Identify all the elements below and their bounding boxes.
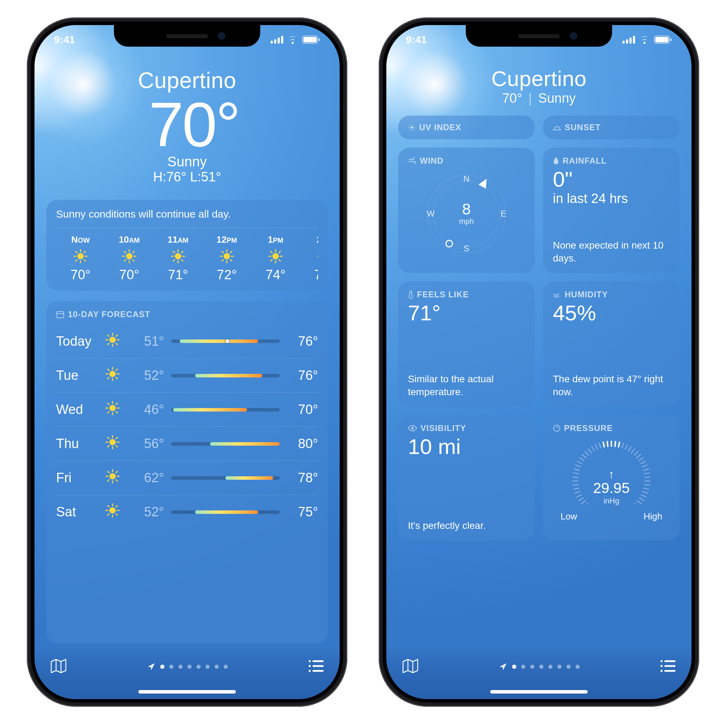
- status-indicators: [271, 35, 320, 44]
- hour-item[interactable]: 11AM 71°: [154, 234, 202, 282]
- hourly-forecast-module[interactable]: Sunny conditions will continue all day. …: [46, 200, 328, 291]
- svg-line-42: [230, 251, 232, 253]
- svg-line-97: [108, 446, 109, 447]
- hour-item[interactable]: 2PM 75°: [300, 234, 318, 282]
- weather-screen-main[interactable]: 9:41 Cupertino 70° Sunny H:76° L:51° Sun…: [34, 25, 340, 699]
- weather-screen-detail[interactable]: 9:41 Cupertino 70° | Sunny: [386, 25, 692, 699]
- current-temperature: 70°: [60, 93, 328, 156]
- svg-line-13: [84, 260, 85, 261]
- svg-line-50: [271, 260, 272, 261]
- hour-item[interactable]: 1PM 74°: [251, 234, 300, 282]
- svg-point-25: [175, 253, 181, 259]
- svg-rect-127: [630, 38, 632, 43]
- page-indicator[interactable]: [499, 662, 580, 671]
- hour-item[interactable]: 12PM 72°: [202, 234, 251, 282]
- day-row[interactable]: Tue 52° 76°: [56, 358, 318, 392]
- status-time: 9:41: [406, 34, 427, 46]
- svg-line-179: [640, 461, 646, 464]
- map-button[interactable]: [51, 659, 67, 675]
- wifi-icon: [287, 35, 299, 44]
- svg-point-99: [109, 473, 116, 479]
- phone-frame-left: 9:41 Cupertino 70° Sunny H:76° L:51° Sun…: [27, 17, 347, 707]
- svg-point-198: [660, 670, 663, 672]
- svg-point-132: [410, 126, 413, 128]
- svg-line-87: [116, 411, 117, 413]
- svg-line-180: [642, 465, 648, 467]
- battery-icon: [302, 35, 320, 44]
- day-row[interactable]: Sat 52° 75°: [56, 495, 318, 529]
- feels-like-value: 71°: [408, 301, 525, 324]
- sunset-tile[interactable]: SUNSET: [543, 116, 680, 139]
- list-icon: [660, 660, 675, 672]
- svg-line-41: [222, 260, 223, 261]
- svg-line-80: [116, 369, 117, 370]
- wind-tile[interactable]: WIND N S E W 8 mph: [398, 148, 535, 273]
- pressure-tile[interactable]: PRESSURE ↑ 29.95 inHg Low: [543, 415, 680, 540]
- day-low: 62°: [133, 470, 171, 485]
- svg-line-164: [591, 447, 595, 451]
- svg-line-177: [636, 454, 641, 458]
- svg-rect-195: [664, 661, 675, 662]
- svg-rect-199: [664, 670, 675, 672]
- compact-condition: Sunny: [538, 91, 576, 106]
- svg-line-178: [639, 457, 643, 461]
- uv-index-tile[interactable]: UV INDEX: [398, 116, 535, 139]
- svg-line-137: [409, 125, 410, 126]
- day-high: 76°: [280, 334, 318, 349]
- svg-line-95: [108, 437, 109, 439]
- svg-rect-128: [633, 36, 635, 43]
- svg-point-108: [109, 507, 116, 514]
- hour-item[interactable]: 10AM 70°: [105, 234, 154, 282]
- compact-temp: 70°: [502, 91, 522, 106]
- hour-item[interactable]: NOW 70°: [56, 234, 105, 282]
- location-arrow-icon: [499, 662, 507, 671]
- svg-line-168: [607, 441, 608, 447]
- svg-line-166: [599, 443, 601, 448]
- calendar-icon: [56, 310, 64, 318]
- svg-line-176: [634, 451, 638, 456]
- pressure-low-label: Low: [561, 511, 577, 522]
- svg-line-89: [116, 403, 117, 405]
- feels-like-tile[interactable]: FEELS LIKE 71° Similar to the actual tem…: [398, 281, 535, 407]
- home-indicator[interactable]: [138, 690, 236, 694]
- ten-day-label: 10-DAY FORECAST: [56, 309, 318, 319]
- svg-line-71: [116, 335, 117, 336]
- cellular-icon: [271, 36, 283, 43]
- list-button[interactable]: [660, 660, 675, 674]
- day-row[interactable]: Thu 56° 80°: [56, 427, 318, 460]
- day-row[interactable]: Wed 46° 70°: [56, 392, 318, 427]
- ten-day-forecast-module[interactable]: 10-DAY FORECAST Today 51° 76° Tue 52° 76…: [46, 301, 328, 643]
- svg-line-161: [582, 454, 586, 458]
- svg-line-104: [108, 471, 109, 473]
- svg-line-113: [108, 506, 109, 507]
- svg-line-51: [279, 251, 280, 253]
- svg-point-63: [109, 336, 116, 343]
- high-low: H:76° L:51°: [46, 170, 328, 185]
- day-name: Wed: [56, 402, 105, 417]
- svg-line-139: [409, 130, 410, 130]
- svg-line-21: [124, 251, 126, 253]
- rainfall-tile[interactable]: RAINFALL 0" in last 24 hrs None expected…: [543, 148, 680, 273]
- temp-range-bar: [171, 511, 280, 514]
- svg-line-40: [230, 260, 232, 261]
- list-button[interactable]: [308, 660, 324, 674]
- svg-line-160: [579, 457, 584, 461]
- home-indicator[interactable]: [490, 690, 588, 694]
- pressure-unit: inHg: [563, 497, 660, 506]
- day-row[interactable]: Fri 62° 78°: [56, 460, 318, 495]
- day-high: 76°: [280, 368, 318, 383]
- current-conditions-header: Cupertino 70° Sunny H:76° L:51°: [46, 67, 328, 185]
- day-name: Today: [56, 334, 105, 349]
- svg-line-88: [108, 411, 109, 413]
- svg-line-78: [116, 378, 117, 379]
- visibility-tile[interactable]: VISIBILITY 10 mi It's perfectly clear.: [398, 415, 535, 540]
- svg-line-49: [279, 260, 280, 261]
- day-row[interactable]: Today 51° 76°: [56, 324, 318, 358]
- wind-icon: [408, 158, 416, 164]
- map-button[interactable]: [402, 659, 418, 675]
- humidity-tile[interactable]: HUMIDITY 45% The dew point is 47° right …: [543, 281, 680, 407]
- page-indicator[interactable]: [147, 662, 228, 671]
- day-condition-icon: [105, 366, 133, 385]
- svg-line-114: [116, 514, 117, 515]
- svg-line-24: [133, 251, 134, 253]
